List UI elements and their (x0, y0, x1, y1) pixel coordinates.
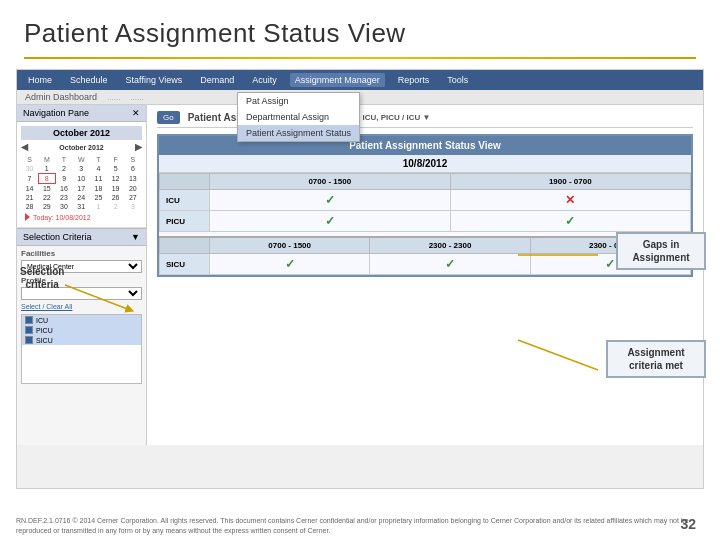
cal-day[interactable]: 17 (73, 184, 90, 194)
cal-day[interactable]: 1 (90, 202, 107, 211)
cross-icon: ✕ (565, 193, 575, 207)
cal-day[interactable]: 28 (21, 202, 38, 211)
cal-prev[interactable]: ◀ (21, 142, 28, 152)
cal-day[interactable]: 13 (124, 174, 141, 184)
nav-reports[interactable]: Reports (393, 73, 435, 87)
cal-day[interactable]: 23 (55, 193, 72, 202)
check-icon: ✓ (285, 257, 295, 271)
cal-day[interactable]: 3 (73, 164, 90, 174)
cal-day[interactable]: 21 (21, 193, 38, 202)
nav-tools[interactable]: Tools (442, 73, 473, 87)
cal-th-tue: T (55, 155, 72, 164)
pasv-cell-picu-1: ✓ (210, 211, 451, 232)
cal-day[interactable]: 9 (55, 174, 72, 184)
cal-day[interactable]: 1 (38, 164, 55, 174)
cal-day[interactable]: 18 (90, 184, 107, 194)
dropdown-pat-assign[interactable]: Pat Assign (238, 93, 359, 109)
cal-day[interactable]: 11 (90, 174, 107, 184)
cal-day-circled[interactable]: 8 (38, 174, 55, 184)
nav-staffing[interactable]: Staffing Views (121, 73, 188, 87)
cal-day[interactable]: 20 (124, 184, 141, 194)
selection-criteria-arrow[interactable]: ▼ (131, 232, 140, 242)
cal-day[interactable]: 29 (38, 202, 55, 211)
cal-day[interactable]: 31 (73, 202, 90, 211)
main-body: Navigation Pane ✕ October 2012 ◀ October… (17, 105, 703, 445)
unit-checkbox-icu (25, 316, 33, 324)
cal-day[interactable]: 15 (38, 184, 55, 194)
cal-day[interactable]: 27 (124, 193, 141, 202)
cal-day[interactable]: 12 (107, 174, 124, 184)
cal-day[interactable]: 22 (38, 193, 55, 202)
pasv-cell-icu-2: ✕ (450, 190, 691, 211)
cal-day[interactable]: 7 (21, 174, 38, 184)
cal-day[interactable]: 19 (107, 184, 124, 194)
nav-bar: Home Schedule Staffing Views Demand Acui… (17, 70, 703, 90)
unit-item-sicu[interactable]: SICU (22, 335, 141, 345)
cal-day[interactable]: 2 (107, 202, 124, 211)
cal-day[interactable]: 2 (55, 164, 72, 174)
cal-th-fri: F (107, 155, 124, 164)
cal-day[interactable]: 30 (55, 202, 72, 211)
calendar-grid: S M T W T F S 30 1 2 (21, 155, 142, 211)
cal-day[interactable]: 25 (90, 193, 107, 202)
check-icon: ✓ (445, 257, 455, 271)
nav-assignment-manager[interactable]: Assignment Manager (290, 73, 385, 87)
nav-demand[interactable]: Demand (195, 73, 239, 87)
select-clear-button[interactable]: Select / Clear All (21, 303, 142, 310)
dropdown-patient-status[interactable]: Patient Assignment Status (238, 125, 359, 141)
table-row: SICU ✓ ✓ ✓ (160, 254, 691, 275)
cal-day[interactable]: 26 (107, 193, 124, 202)
check-icon: ✓ (565, 214, 575, 228)
nav-pane-header: Navigation Pane ✕ (17, 105, 146, 122)
cal-day[interactable]: 4 (90, 164, 107, 174)
cal-day[interactable]: 5 (107, 164, 124, 174)
pasv-sicu-th-unit (160, 237, 210, 254)
nav-pane-label: Navigation Pane (23, 108, 89, 118)
nav-home[interactable]: Home (23, 73, 57, 87)
cal-day[interactable]: 14 (21, 184, 38, 194)
selection-criteria-header: Selection Criteria ▼ (17, 228, 146, 246)
nav-acuity[interactable]: Acuity (247, 73, 282, 87)
footer: RN.DEF.2.1.0716 © 2014 Cerner Corporatio… (0, 516, 720, 536)
pasv-container: Patient Assignment Status View 10/8/2012… (157, 134, 693, 277)
pasv-cell-sicu-1: ✓ (210, 254, 370, 275)
pasv-sicu-table: 0700 - 1500 2300 - 2300 2300 - 0700 SICU… (159, 236, 691, 275)
dropdown-dept-assign[interactable]: Departmental Assign (238, 109, 359, 125)
unit-checkbox-sicu (25, 336, 33, 344)
check-icon: ✓ (325, 214, 335, 228)
cal-next[interactable]: ▶ (135, 142, 142, 152)
cal-day[interactable]: 30 (21, 164, 38, 174)
pasv-sicu-th-col2: 2300 - 2300 (370, 237, 530, 254)
unit-item-icu[interactable]: ICU (22, 315, 141, 325)
unit-label-icu: ICU (36, 317, 48, 324)
cal-day[interactable]: 16 (55, 184, 72, 194)
facilities-label: Facilities (21, 249, 142, 258)
today-bar: Today: 10/08/2012 (21, 211, 142, 223)
cal-th-wed: W (73, 155, 90, 164)
gaps-label: Gaps in Assignment (632, 239, 689, 263)
cal-day[interactable]: 3 (124, 202, 141, 211)
unit-item-picu[interactable]: PICU (22, 325, 141, 335)
today-arrow-icon (25, 213, 30, 221)
calendar-title: October 2012 (21, 126, 142, 140)
unit-label-sicu: SICU (36, 337, 53, 344)
selection-criteria-annotation: Selection criteria (20, 265, 64, 291)
cal-month-year: October 2012 (59, 144, 103, 151)
pasv-th-col2: 1900 - 0700 (450, 174, 691, 190)
gaps-callout: Gaps in Assignment (616, 232, 706, 270)
cal-day[interactable]: 10 (73, 174, 90, 184)
cal-th-mon: M (38, 155, 55, 164)
admin-dots1: ...... (107, 93, 120, 102)
cal-day[interactable]: 6 (124, 164, 141, 174)
cal-day[interactable]: 24 (73, 193, 90, 202)
admin-label: Admin Dashboard (25, 92, 97, 102)
content-wrapper: Home Schedule Staffing Views Demand Acui… (16, 69, 704, 489)
selection-criteria-label: Selection Criteria (23, 232, 92, 242)
page-title: Patient Assignment Status View (0, 0, 720, 57)
calendar-section: October 2012 ◀ October 2012 ▶ S M T W T (17, 122, 146, 228)
pasv-th-unit (160, 174, 210, 190)
go-button[interactable]: Go (157, 111, 180, 124)
nav-schedule[interactable]: Schedule (65, 73, 113, 87)
nav-pane-close[interactable]: ✕ (132, 108, 140, 118)
pasv-unit-picu: PICU (160, 211, 210, 232)
